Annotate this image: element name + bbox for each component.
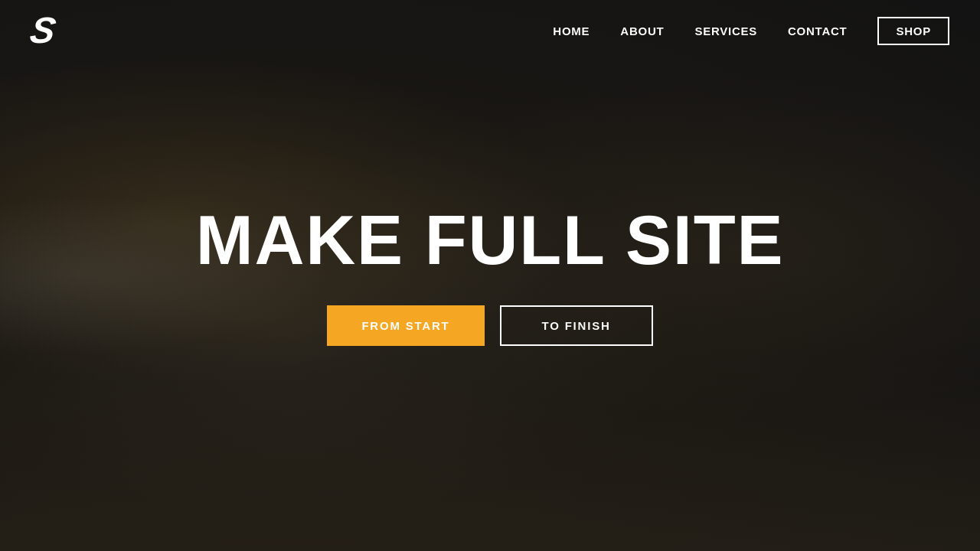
nav-about[interactable]: ABOUT xyxy=(620,24,664,37)
nav-services[interactable]: SERVICES xyxy=(694,24,757,37)
hero-title: MAKE FULL SITE xyxy=(196,206,785,275)
nav-contact[interactable]: CONTACT xyxy=(788,24,847,37)
hero-content: MAKE FULL SITE FROM START TO FINISH xyxy=(196,206,785,346)
logo-icon: S xyxy=(28,12,58,49)
logo[interactable]: S xyxy=(31,12,55,49)
nav-shop[interactable]: SHOP xyxy=(877,17,949,45)
nav-home[interactable]: HOME xyxy=(553,24,590,37)
hero-section: S HOME ABOUT SERVICES CONTACT SHOP MAKE … xyxy=(0,0,980,551)
to-finish-button[interactable]: TO FINISH xyxy=(500,305,653,346)
hero-buttons: FROM START TO FINISH xyxy=(327,305,652,346)
main-nav: HOME ABOUT SERVICES CONTACT SHOP xyxy=(553,17,949,45)
header: S HOME ABOUT SERVICES CONTACT SHOP xyxy=(0,0,980,61)
from-start-button[interactable]: FROM START xyxy=(327,305,484,346)
